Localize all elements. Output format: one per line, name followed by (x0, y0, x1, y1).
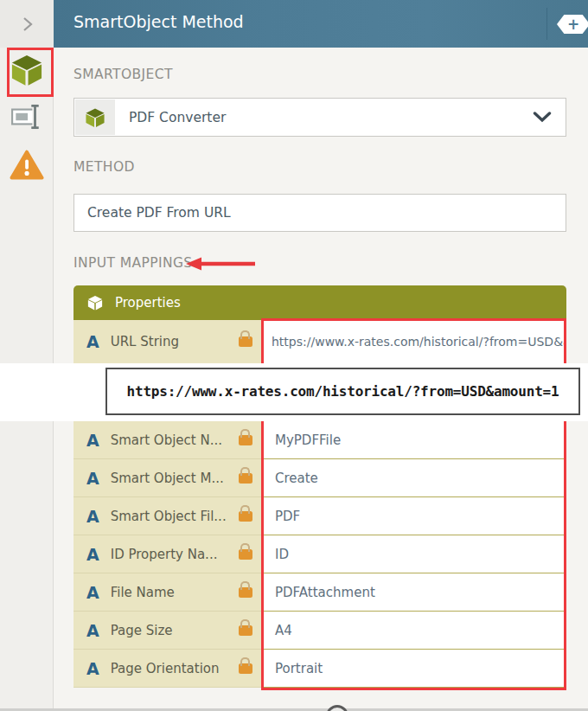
properties-table-header: Properties (74, 285, 566, 320)
url-callout-text: https://www.x-rates.com/historical/?from… (127, 383, 559, 400)
rename-icon (10, 102, 43, 131)
text-type-icon: A (86, 507, 99, 526)
property-label: File Name (111, 585, 233, 600)
smartobject-section-label: SMARTOBJECT (74, 67, 173, 82)
page-title: SmartObject Method (74, 12, 244, 31)
input-mappings-section-label: INPUT MAPPINGS (74, 255, 193, 271)
lock-icon (239, 336, 252, 347)
smartobject-dropdown-iconbox (75, 99, 115, 135)
lock-icon (239, 625, 252, 636)
smartobject-dropdown[interactable]: PDF Converter (74, 98, 566, 137)
method-value: Create PDF From URL (87, 205, 231, 221)
property-value-cell[interactable]: MyPDFFile (264, 421, 566, 459)
sidebar-item-smartobject[interactable] (0, 52, 54, 88)
annotation-arrow-icon (185, 256, 258, 272)
cube-icon (86, 294, 104, 311)
add-button[interactable]: + (557, 15, 588, 34)
property-label: Page Size (111, 623, 233, 638)
property-label: URL String (111, 334, 233, 349)
properties-rows: A Smart Object N... MyPDFFile A Smart Ob… (74, 421, 566, 688)
sidebar-item-rename[interactable] (0, 102, 54, 131)
property-label: Smart Object Fil... (111, 509, 233, 524)
method-section-label: METHOD (74, 159, 135, 175)
property-label-cell[interactable]: A Page Orientation (74, 650, 264, 688)
table-row: A Smart Object N... MyPDFFile (74, 421, 566, 459)
lock-icon (239, 587, 252, 598)
property-value: A4 (275, 623, 292, 638)
sidebar-item-warnings[interactable] (0, 149, 54, 182)
table-row: A Page Orientation Portrait (74, 650, 566, 688)
chevron-right-icon (15, 12, 39, 36)
property-label-cell[interactable]: A Page Size (74, 612, 264, 650)
property-label-cell[interactable]: A Smart Object M... (74, 459, 264, 497)
property-value-cell[interactable]: ID (264, 535, 566, 573)
property-label-cell[interactable]: A Smart Object Fil... (74, 497, 264, 535)
text-type-icon: A (86, 332, 99, 351)
table-row: A Smart Object M... Create (74, 459, 566, 497)
table-row: A ID Property Na... ID (74, 535, 566, 573)
property-label: ID Property Na... (111, 547, 233, 562)
property-label-cell[interactable]: A File Name (74, 573, 264, 612)
method-field[interactable]: Create PDF From URL (74, 194, 566, 232)
chevron-down-icon (533, 112, 552, 123)
table-row: A Page Size A4 (74, 612, 566, 650)
tool-sidebar (0, 0, 54, 711)
lock-icon (239, 549, 252, 560)
collapse-panel-button[interactable] (0, 0, 54, 48)
cube-icon (84, 106, 106, 129)
property-label-cell[interactable]: A URL String (74, 320, 264, 363)
lock-icon (239, 435, 252, 445)
smartobject-selected-value: PDF Converter (129, 110, 226, 125)
annotation-strip: https://www.x-rates.com/historical/?from… (0, 363, 588, 421)
property-value: Portrait (275, 661, 323, 676)
plus-icon: + (567, 16, 579, 33)
lock-icon (239, 663, 252, 674)
header-divider (546, 8, 547, 40)
property-value-cell[interactable]: PDFAttachment (264, 573, 566, 612)
property-label: Page Orientation (111, 661, 233, 676)
property-label: Smart Object M... (111, 471, 233, 486)
property-label-cell[interactable]: A ID Property Na... (74, 535, 264, 573)
scroll-indicator[interactable] (326, 705, 348, 711)
property-value: ID (275, 547, 289, 562)
panel-header: SmartObject Method + (54, 0, 588, 48)
text-type-icon: A (86, 469, 99, 488)
property-value-cell[interactable]: https://www.x-rates.com/historical/?from… (264, 320, 566, 363)
property-label-cell[interactable]: A Smart Object N... (74, 421, 264, 459)
smartobject-method-panel: SmartObject Method + SMARTOBJECT PDF Con… (0, 0, 588, 711)
text-type-icon: A (86, 583, 99, 602)
text-type-icon: A (86, 545, 99, 564)
table-row: A URL String https://www.x-rates.com/his… (74, 320, 566, 363)
property-value-cell[interactable]: A4 (264, 612, 566, 650)
property-label: Smart Object N... (111, 432, 233, 448)
url-callout: https://www.x-rates.com/historical/?from… (105, 368, 580, 415)
properties-table-title: Properties (115, 295, 181, 311)
table-row: A File Name PDFAttachment (74, 573, 566, 612)
property-value: PDFAttachment (275, 585, 375, 600)
property-value-cell[interactable]: Create (264, 459, 566, 497)
property-value: https://www.x-rates.com/historical/?from… (272, 335, 566, 349)
table-row: A Smart Object Fil... PDF (74, 497, 566, 535)
cube-icon (9, 52, 45, 88)
warning-icon (10, 149, 44, 182)
lock-icon (239, 511, 252, 522)
property-value: Create (275, 471, 318, 486)
text-type-icon: A (86, 659, 99, 678)
property-value: MyPDFFile (275, 432, 341, 448)
property-value-cell[interactable]: Portrait (264, 650, 566, 688)
property-value: PDF (275, 509, 300, 524)
text-type-icon: A (86, 431, 99, 450)
lock-icon (239, 473, 252, 484)
text-type-icon: A (86, 621, 99, 640)
property-value-cell[interactable]: PDF (264, 497, 566, 535)
